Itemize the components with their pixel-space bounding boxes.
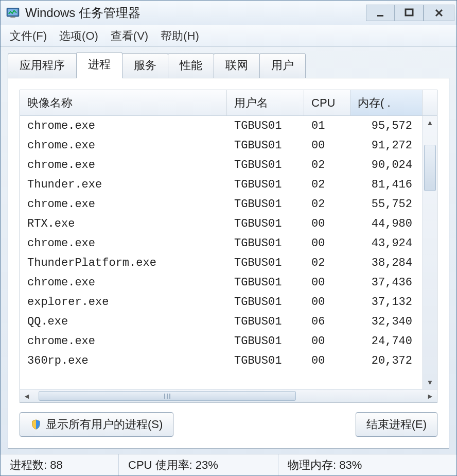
cell-memory: 38,284 <box>350 257 423 269</box>
menu-file[interactable]: 文件(F) <box>10 28 47 44</box>
cell-cpu: 00 <box>304 139 350 152</box>
cell-memory: 32,340 <box>350 315 423 328</box>
table-row[interactable]: chrome.exeTGBUS010037,436 <box>20 273 423 292</box>
cell-cpu: 02 <box>304 257 350 269</box>
cell-user-name: TGBUS01 <box>227 217 304 230</box>
column-memory[interactable]: 内存( . <box>350 90 423 115</box>
table-row[interactable]: explorer.exeTGBUS010037,132 <box>20 292 423 312</box>
tab-applications[interactable]: 应用程序 <box>8 53 77 78</box>
table-row[interactable]: chrome.exeTGBUS010091,272 <box>20 135 423 155</box>
cell-cpu: 00 <box>304 335 350 348</box>
table-row[interactable]: Thunder.exeTGBUS010281,416 <box>20 175 423 194</box>
cell-cpu: 02 <box>304 159 350 172</box>
status-cpu-usage: CPU 使用率: 23% <box>119 454 278 475</box>
header-scroll-spacer <box>423 90 437 115</box>
task-manager-window: Windows 任务管理器 文件(F) 选项(O) 查看(V) 帮助(H) 应用… <box>0 0 457 476</box>
cell-cpu: 02 <box>304 198 350 211</box>
titlebar[interactable]: Windows 任务管理器 <box>1 1 456 25</box>
minimize-button[interactable] <box>366 5 395 21</box>
table-row[interactable]: chrome.exeTGBUS010024,740 <box>20 331 423 351</box>
scroll-right-icon[interactable]: ► <box>424 392 437 400</box>
scroll-up-icon[interactable]: ▲ <box>423 116 437 129</box>
close-button[interactable] <box>424 5 454 21</box>
cell-cpu: 01 <box>304 120 350 132</box>
cell-user-name: TGBUS01 <box>227 257 304 269</box>
cell-memory: 24,740 <box>350 335 423 348</box>
menu-help[interactable]: 帮助(H) <box>161 28 199 44</box>
end-process-button[interactable]: 结束进程(E) <box>356 412 437 437</box>
cell-image-name: RTX.exe <box>20 217 227 230</box>
table-row[interactable]: RTX.exeTGBUS010044,980 <box>20 214 423 233</box>
cell-image-name: QQ.exe <box>20 315 227 328</box>
menu-options[interactable]: 选项(O) <box>59 28 98 44</box>
scroll-down-icon[interactable]: ▼ <box>423 376 437 389</box>
cell-cpu: 00 <box>304 296 350 309</box>
status-physical-memory: 物理内存: 83% <box>278 454 456 475</box>
hscroll-track[interactable] <box>33 389 424 402</box>
cell-image-name: 360rp.exe <box>20 354 227 367</box>
vscroll-thumb[interactable] <box>424 145 436 191</box>
tab-performance[interactable]: 性能 <box>168 53 214 78</box>
cell-image-name: chrome.exe <box>20 139 227 152</box>
cell-cpu: 06 <box>304 315 350 328</box>
table-row[interactable]: chrome.exeTGBUS010290,024 <box>20 155 423 175</box>
scroll-left-icon[interactable]: ◄ <box>20 392 33 400</box>
tab-content: 映像名称 用户名 CPU 内存( . chrome.exeTGBUS010195… <box>8 78 449 449</box>
cell-user-name: TGBUS01 <box>227 139 304 152</box>
vscroll-track[interactable] <box>423 129 437 376</box>
show-all-users-label: 显示所有用户的进程(S) <box>46 417 163 432</box>
cell-cpu: 00 <box>304 354 350 367</box>
tab-processes[interactable]: 进程 <box>76 52 122 78</box>
cell-memory: 44,980 <box>350 217 423 230</box>
table-header: 映像名称 用户名 CPU 内存( . <box>20 90 437 116</box>
button-row: 显示所有用户的进程(S) 结束进程(E) <box>20 412 437 437</box>
cell-memory: 43,924 <box>350 237 423 250</box>
column-user-name[interactable]: 用户名 <box>227 90 304 115</box>
table-row[interactable]: 360rp.exeTGBUS010020,372 <box>20 351 423 370</box>
cell-user-name: TGBUS01 <box>227 335 304 348</box>
cell-user-name: TGBUS01 <box>227 120 304 132</box>
cell-image-name: chrome.exe <box>20 198 227 211</box>
svg-rect-3 <box>377 15 383 16</box>
cell-memory: 81,416 <box>350 178 423 191</box>
hscroll-thumb[interactable] <box>39 391 296 401</box>
window-controls <box>366 5 454 21</box>
table-row[interactable]: chrome.exeTGBUS010255,752 <box>20 194 423 214</box>
table-row[interactable]: ThunderPlatform.exeTGBUS010238,284 <box>20 253 423 273</box>
close-icon <box>434 8 444 18</box>
cell-cpu: 00 <box>304 276 350 289</box>
table-row[interactable]: chrome.exeTGBUS010043,924 <box>20 233 423 253</box>
svg-rect-2 <box>10 16 15 18</box>
window-title: Windows 任务管理器 <box>25 5 366 21</box>
cell-user-name: TGBUS01 <box>227 354 304 367</box>
vertical-scrollbar[interactable]: ▲ ▼ <box>423 116 437 389</box>
cell-memory: 90,024 <box>350 159 423 172</box>
cell-cpu: 02 <box>304 178 350 191</box>
table-row[interactable]: QQ.exeTGBUS010632,340 <box>20 312 423 331</box>
horizontal-scrollbar[interactable]: ◄ ► <box>20 389 437 402</box>
minimize-icon <box>375 8 385 18</box>
table-body[interactable]: chrome.exeTGBUS010195,572chrome.exeTGBUS… <box>20 116 423 370</box>
cell-user-name: TGBUS01 <box>227 198 304 211</box>
maximize-button[interactable] <box>395 5 424 21</box>
cell-memory: 55,752 <box>350 198 423 211</box>
tab-services[interactable]: 服务 <box>122 53 168 78</box>
cell-image-name: chrome.exe <box>20 159 227 172</box>
cell-memory: 20,372 <box>350 354 423 367</box>
cell-memory: 91,272 <box>350 139 423 152</box>
tab-users[interactable]: 用户 <box>259 53 306 78</box>
show-all-users-button[interactable]: 显示所有用户的进程(S) <box>20 412 173 437</box>
cell-memory: 95,572 <box>350 120 423 132</box>
cell-image-name: chrome.exe <box>20 120 227 132</box>
menu-view[interactable]: 查看(V) <box>111 28 148 44</box>
svg-rect-4 <box>406 9 413 15</box>
tab-networking[interactable]: 联网 <box>214 53 260 78</box>
statusbar: 进程数: 88 CPU 使用率: 23% 物理内存: 83% <box>1 454 456 475</box>
column-cpu[interactable]: CPU <box>304 90 350 115</box>
end-process-label: 结束进程(E) <box>366 417 427 432</box>
cell-memory: 37,132 <box>350 296 423 309</box>
column-image-name[interactable]: 映像名称 <box>20 90 227 115</box>
shield-icon <box>30 419 42 430</box>
table-row[interactable]: chrome.exeTGBUS010195,572 <box>20 116 423 135</box>
maximize-icon <box>404 8 414 18</box>
